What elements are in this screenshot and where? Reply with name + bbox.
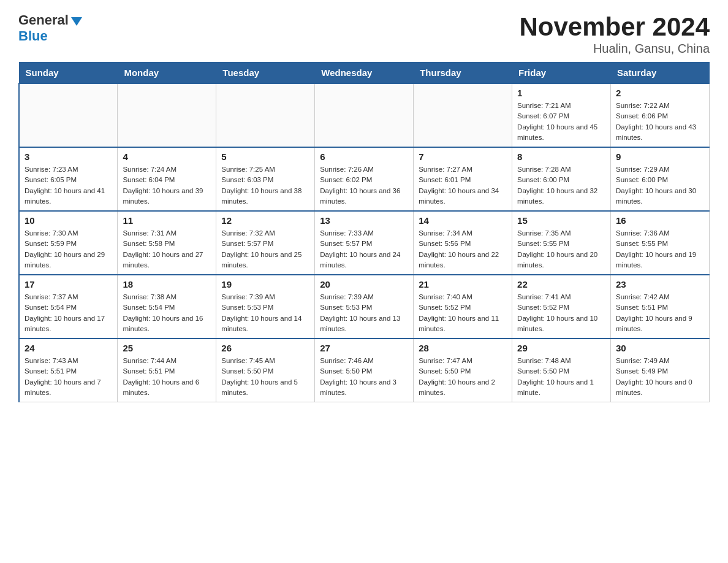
calendar-cell (414, 83, 512, 147)
calendar-day-header: Friday (512, 63, 611, 84)
calendar-day-header: Sunday (19, 63, 118, 84)
day-info: Sunrise: 7:39 AMSunset: 5:53 PMDaylight:… (221, 292, 309, 334)
calendar-day-header: Tuesday (216, 63, 315, 84)
calendar-cell: 9Sunrise: 7:29 AMSunset: 6:00 PMDaylight… (611, 147, 710, 211)
day-info: Sunrise: 7:43 AMSunset: 5:51 PMDaylight:… (25, 356, 112, 398)
calendar-day-header: Monday (118, 63, 216, 84)
calendar-cell: 25Sunrise: 7:44 AMSunset: 5:51 PMDayligh… (118, 339, 216, 402)
calendar-cell: 3Sunrise: 7:23 AMSunset: 6:05 PMDaylight… (19, 147, 118, 211)
calendar-week-row: 17Sunrise: 7:37 AMSunset: 5:54 PMDayligh… (19, 275, 710, 339)
calendar-cell: 14Sunrise: 7:34 AMSunset: 5:56 PMDayligh… (414, 211, 512, 275)
day-number: 10 (25, 215, 112, 226)
day-number: 15 (517, 215, 605, 226)
calendar-cell: 2Sunrise: 7:22 AMSunset: 6:06 PMDaylight… (611, 83, 710, 147)
calendar-cell: 6Sunrise: 7:26 AMSunset: 6:02 PMDaylight… (315, 147, 414, 211)
calendar-week-row: 10Sunrise: 7:30 AMSunset: 5:59 PMDayligh… (19, 211, 710, 275)
logo-blue-text: Blue (18, 28, 48, 44)
day-number: 5 (221, 151, 309, 162)
day-number: 21 (419, 279, 507, 289)
calendar-week-row: 3Sunrise: 7:23 AMSunset: 6:05 PMDaylight… (19, 147, 710, 211)
calendar-day-header: Thursday (414, 63, 512, 84)
logo-general-text: General (18, 12, 69, 28)
day-info: Sunrise: 7:47 AMSunset: 5:50 PMDaylight:… (419, 356, 507, 398)
calendar-week-row: 1Sunrise: 7:21 AMSunset: 6:07 PMDaylight… (19, 83, 710, 147)
calendar-cell: 19Sunrise: 7:39 AMSunset: 5:53 PMDayligh… (216, 275, 315, 339)
calendar-cell: 22Sunrise: 7:41 AMSunset: 5:52 PMDayligh… (512, 275, 611, 339)
day-number: 28 (419, 343, 507, 353)
day-info: Sunrise: 7:24 AMSunset: 6:04 PMDaylight:… (123, 164, 211, 207)
page-header: General Blue November 2024 Hualin, Gansu… (18, 12, 710, 56)
day-info: Sunrise: 7:34 AMSunset: 5:56 PMDaylight:… (419, 228, 507, 270)
title-block: November 2024 Hualin, Gansu, China (519, 12, 710, 56)
day-info: Sunrise: 7:45 AMSunset: 5:50 PMDaylight:… (221, 356, 309, 398)
calendar-cell: 26Sunrise: 7:45 AMSunset: 5:50 PMDayligh… (216, 339, 315, 402)
day-number: 27 (320, 343, 408, 353)
day-info: Sunrise: 7:22 AMSunset: 6:06 PMDaylight:… (616, 101, 704, 143)
calendar-cell: 13Sunrise: 7:33 AMSunset: 5:57 PMDayligh… (315, 211, 414, 275)
location-subtitle: Hualin, Gansu, China (519, 42, 710, 56)
day-number: 12 (221, 215, 309, 226)
day-info: Sunrise: 7:29 AMSunset: 6:00 PMDaylight:… (616, 164, 704, 207)
day-number: 22 (517, 279, 605, 289)
day-info: Sunrise: 7:44 AMSunset: 5:51 PMDaylight:… (123, 356, 211, 398)
day-info: Sunrise: 7:42 AMSunset: 5:51 PMDaylight:… (616, 292, 704, 334)
logo-triangle-icon (71, 17, 82, 26)
day-number: 14 (419, 215, 507, 226)
calendar-cell: 1Sunrise: 7:21 AMSunset: 6:07 PMDaylight… (512, 83, 611, 147)
calendar-cell: 11Sunrise: 7:31 AMSunset: 5:58 PMDayligh… (118, 211, 216, 275)
day-info: Sunrise: 7:39 AMSunset: 5:53 PMDaylight:… (320, 292, 408, 334)
calendar-cell: 8Sunrise: 7:28 AMSunset: 6:00 PMDaylight… (512, 147, 611, 211)
day-number: 3 (25, 151, 112, 162)
day-number: 1 (517, 88, 605, 98)
calendar-cell: 12Sunrise: 7:32 AMSunset: 5:57 PMDayligh… (216, 211, 315, 275)
day-info: Sunrise: 7:36 AMSunset: 5:55 PMDaylight:… (616, 228, 704, 270)
day-number: 20 (320, 279, 408, 289)
day-number: 4 (123, 151, 211, 162)
day-info: Sunrise: 7:41 AMSunset: 5:52 PMDaylight:… (517, 292, 605, 334)
calendar-cell: 18Sunrise: 7:38 AMSunset: 5:54 PMDayligh… (118, 275, 216, 339)
calendar-week-row: 24Sunrise: 7:43 AMSunset: 5:51 PMDayligh… (19, 339, 710, 402)
day-number: 6 (320, 151, 408, 162)
calendar-table: SundayMondayTuesdayWednesdayThursdayFrid… (18, 62, 710, 402)
day-number: 26 (221, 343, 309, 353)
day-number: 8 (517, 151, 605, 162)
day-info: Sunrise: 7:38 AMSunset: 5:54 PMDaylight:… (123, 292, 211, 334)
day-info: Sunrise: 7:23 AMSunset: 6:05 PMDaylight:… (25, 164, 112, 207)
day-info: Sunrise: 7:32 AMSunset: 5:57 PMDaylight:… (221, 228, 309, 270)
calendar-cell (118, 83, 216, 147)
logo: General Blue (18, 12, 82, 44)
day-number: 29 (517, 343, 605, 353)
day-number: 23 (616, 279, 704, 289)
day-info: Sunrise: 7:27 AMSunset: 6:01 PMDaylight:… (419, 164, 507, 207)
calendar-cell: 5Sunrise: 7:25 AMSunset: 6:03 PMDaylight… (216, 147, 315, 211)
day-number: 11 (123, 215, 211, 226)
calendar-cell: 28Sunrise: 7:47 AMSunset: 5:50 PMDayligh… (414, 339, 512, 402)
calendar-day-header: Saturday (611, 63, 710, 84)
calendar-cell: 17Sunrise: 7:37 AMSunset: 5:54 PMDayligh… (19, 275, 118, 339)
day-info: Sunrise: 7:48 AMSunset: 5:50 PMDaylight:… (517, 356, 605, 398)
calendar-cell: 16Sunrise: 7:36 AMSunset: 5:55 PMDayligh… (611, 211, 710, 275)
calendar-cell: 30Sunrise: 7:49 AMSunset: 5:49 PMDayligh… (611, 339, 710, 402)
month-year-title: November 2024 (519, 12, 710, 42)
calendar-cell (216, 83, 315, 147)
calendar-cell: 21Sunrise: 7:40 AMSunset: 5:52 PMDayligh… (414, 275, 512, 339)
day-info: Sunrise: 7:49 AMSunset: 5:49 PMDaylight:… (616, 356, 704, 398)
day-info: Sunrise: 7:46 AMSunset: 5:50 PMDaylight:… (320, 356, 408, 398)
day-number: 19 (221, 279, 309, 289)
day-info: Sunrise: 7:35 AMSunset: 5:55 PMDaylight:… (517, 228, 605, 270)
calendar-header-row: SundayMondayTuesdayWednesdayThursdayFrid… (19, 63, 710, 84)
calendar-cell: 24Sunrise: 7:43 AMSunset: 5:51 PMDayligh… (19, 339, 118, 402)
calendar-cell: 4Sunrise: 7:24 AMSunset: 6:04 PMDaylight… (118, 147, 216, 211)
calendar-cell (19, 83, 118, 147)
day-info: Sunrise: 7:21 AMSunset: 6:07 PMDaylight:… (517, 101, 605, 143)
day-info: Sunrise: 7:40 AMSunset: 5:52 PMDaylight:… (419, 292, 507, 334)
day-number: 16 (616, 215, 704, 226)
day-number: 24 (25, 343, 112, 353)
day-number: 13 (320, 215, 408, 226)
day-number: 25 (123, 343, 211, 353)
calendar-day-header: Wednesday (315, 63, 414, 84)
day-info: Sunrise: 7:33 AMSunset: 5:57 PMDaylight:… (320, 228, 408, 270)
calendar-cell: 27Sunrise: 7:46 AMSunset: 5:50 PMDayligh… (315, 339, 414, 402)
day-number: 9 (616, 151, 704, 162)
day-info: Sunrise: 7:25 AMSunset: 6:03 PMDaylight:… (221, 164, 309, 207)
